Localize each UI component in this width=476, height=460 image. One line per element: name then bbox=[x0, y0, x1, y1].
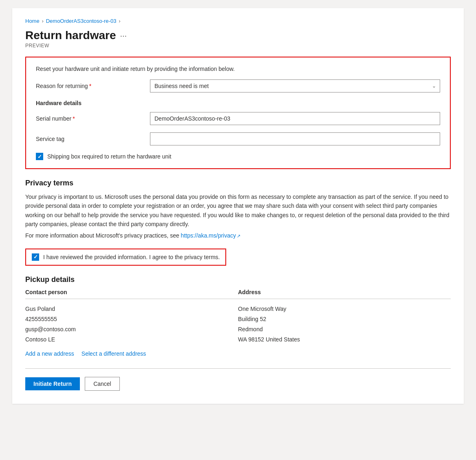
reason-control: Business need is met Ordered by mistake … bbox=[150, 79, 440, 92]
reason-dropdown[interactable]: Business need is met Ordered by mistake … bbox=[150, 79, 440, 92]
pickup-section: Pickup details Contact person Address Gu… bbox=[25, 275, 451, 357]
reason-required: * bbox=[89, 83, 91, 89]
pickup-table-body: Gus Poland 4255555555 gusp@contoso.com C… bbox=[25, 304, 451, 345]
privacy-checkbox[interactable]: ✓ bbox=[32, 253, 39, 261]
privacy-check-icon: ✓ bbox=[33, 254, 38, 260]
hardware-details-heading: Hardware details bbox=[36, 100, 440, 106]
serial-input[interactable] bbox=[150, 112, 440, 125]
reason-dropdown-wrapper: Business need is met Ordered by mistake … bbox=[150, 79, 440, 92]
contact-email: gusp@contoso.com bbox=[25, 324, 238, 335]
contact-col-header: Contact person bbox=[25, 289, 238, 295]
breadcrumb: Home › DemoOrderAS3contoso-re-03 › bbox=[25, 18, 451, 24]
page-title: Return hardware ··· bbox=[25, 29, 451, 42]
page-title-ellipsis[interactable]: ··· bbox=[120, 31, 127, 40]
bottom-separator bbox=[25, 368, 451, 369]
contact-name: Gus Poland bbox=[25, 304, 238, 314]
privacy-text: Your privacy is important to us. Microso… bbox=[25, 192, 451, 229]
service-tag-control bbox=[150, 132, 440, 145]
pickup-heading: Pickup details bbox=[25, 275, 451, 284]
add-new-address-link[interactable]: Add a new address bbox=[25, 350, 74, 357]
service-tag-label: Service tag bbox=[36, 136, 150, 142]
pickup-table-header: Contact person Address bbox=[25, 289, 451, 299]
serial-label: Serial number* bbox=[36, 115, 150, 122]
cancel-button[interactable]: Cancel bbox=[85, 377, 120, 391]
external-link-icon: ↗ bbox=[237, 233, 240, 238]
breadcrumb-separator-1: › bbox=[42, 18, 44, 24]
breadcrumb-separator-2: › bbox=[119, 18, 120, 24]
privacy-link-line: For more information about Microsoft's p… bbox=[25, 232, 451, 239]
page-subtitle: PREVIEW bbox=[25, 43, 451, 48]
address-line2: Building 52 bbox=[238, 314, 451, 324]
shipping-checkbox-row: ✓ Shipping box required to return the ha… bbox=[36, 153, 440, 160]
select-different-address-link[interactable]: Select a different address bbox=[82, 350, 146, 357]
address-col: One Microsoft Way Building 52 Redmond WA… bbox=[238, 304, 451, 345]
reason-label: Reason for returning* bbox=[36, 83, 150, 89]
privacy-link-prefix: For more information about Microsoft's p… bbox=[25, 232, 181, 239]
section-description: Reset your hardware unit and initiate re… bbox=[36, 66, 440, 72]
privacy-checkbox-label: I have reviewed the provided information… bbox=[43, 254, 220, 260]
address-line3: Redmond bbox=[238, 324, 451, 335]
check-icon: ✓ bbox=[37, 154, 42, 159]
page-container: Home › DemoOrderAS3contoso-re-03 › Retur… bbox=[12, 8, 464, 404]
pickup-actions: Add a new address Select a different add… bbox=[25, 350, 451, 357]
shipping-checkbox-label: Shipping box required to return the hard… bbox=[47, 153, 171, 160]
breadcrumb-home[interactable]: Home bbox=[25, 18, 40, 24]
service-tag-row: Service tag bbox=[36, 132, 440, 145]
breadcrumb-order[interactable]: DemoOrderAS3contoso-re-03 bbox=[46, 18, 117, 24]
page-title-text: Return hardware bbox=[25, 29, 116, 42]
service-tag-input[interactable] bbox=[150, 132, 440, 145]
reason-row: Reason for returning* Business need is m… bbox=[36, 79, 440, 92]
pickup-table: Contact person Address Gus Poland 425555… bbox=[25, 289, 451, 345]
serial-control bbox=[150, 112, 440, 125]
contact-company: Contoso LE bbox=[25, 335, 238, 345]
privacy-checkbox-wrapper: ✓ I have reviewed the provided informati… bbox=[25, 249, 226, 266]
contact-col: Gus Poland 4255555555 gusp@contoso.com C… bbox=[25, 304, 238, 345]
initiate-return-button[interactable]: Initiate Return bbox=[25, 377, 80, 390]
privacy-link[interactable]: https://aka.ms/privacy bbox=[181, 232, 236, 239]
contact-phone: 4255555555 bbox=[25, 314, 238, 324]
address-line1: One Microsoft Way bbox=[238, 304, 451, 314]
shipping-checkbox[interactable]: ✓ bbox=[36, 153, 43, 160]
privacy-section: Privacy terms Your privacy is important … bbox=[25, 179, 451, 239]
serial-row: Serial number* bbox=[36, 112, 440, 125]
button-row: Initiate Return Cancel bbox=[25, 377, 451, 391]
privacy-heading: Privacy terms bbox=[25, 179, 451, 187]
serial-required: * bbox=[73, 115, 75, 122]
hardware-return-section: Reset your hardware unit and initiate re… bbox=[25, 57, 451, 169]
address-col-header: Address bbox=[238, 289, 451, 295]
address-line4: WA 98152 United States bbox=[238, 335, 451, 345]
